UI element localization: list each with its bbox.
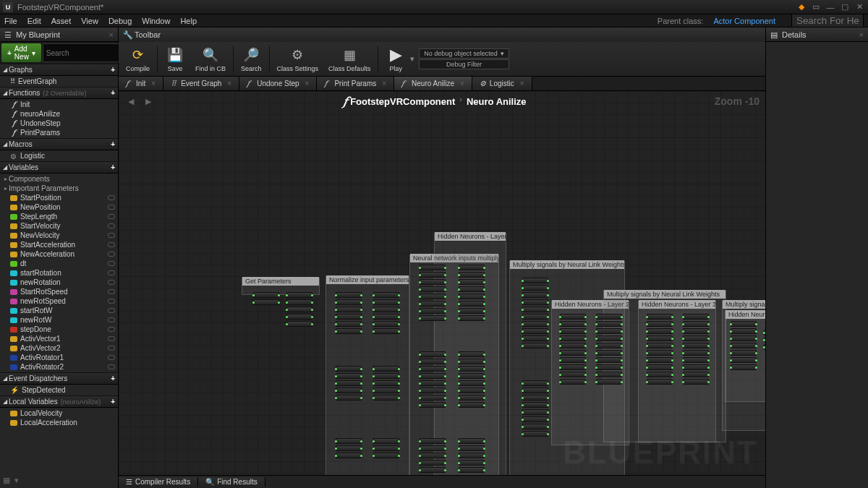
section-functions[interactable]: ◢Functions(2 Overridable)+ xyxy=(0,87,118,99)
add-local-button[interactable]: + xyxy=(111,398,115,406)
graph-node[interactable] xyxy=(373,395,399,401)
tree-item-variable[interactable]: ActivRotator1 xyxy=(0,353,118,362)
graph-node[interactable] xyxy=(522,416,548,422)
graph-node[interactable] xyxy=(683,379,709,385)
graph-node[interactable] xyxy=(459,467,485,473)
content-browser-icon[interactable]: ▦ xyxy=(3,476,10,485)
graph-node[interactable] xyxy=(373,366,399,372)
graph-node[interactable] xyxy=(596,364,622,370)
graph-node[interactable] xyxy=(336,380,362,386)
graph-node[interactable] xyxy=(596,379,622,385)
graph-node[interactable] xyxy=(560,328,586,334)
graph-node[interactable] xyxy=(764,344,765,350)
graph-node[interactable] xyxy=(420,315,446,321)
nav-back-icon[interactable]: ◀ xyxy=(124,95,137,107)
graph-node[interactable] xyxy=(459,402,485,408)
add-graph-button[interactable]: + xyxy=(111,66,115,74)
node-cluster[interactable] xyxy=(522,380,548,437)
graph-node[interactable] xyxy=(560,343,586,348)
close-icon[interactable]: × xyxy=(859,30,864,39)
graph-node[interactable] xyxy=(373,388,399,393)
graph-node[interactable] xyxy=(522,292,548,298)
graph-node[interactable] xyxy=(459,388,485,393)
tree-item-variable[interactable]: NewPosition xyxy=(0,202,118,212)
visibility-toggle[interactable] xyxy=(108,195,115,200)
graph-node[interactable] xyxy=(731,321,757,327)
debug-object-selector[interactable]: No debug object selected▾ xyxy=(419,48,509,59)
graph-node[interactable] xyxy=(336,445,362,451)
menu-file[interactable]: File xyxy=(4,17,17,25)
graph-node[interactable] xyxy=(336,366,362,372)
graph-node[interactable] xyxy=(420,359,446,364)
graph-node[interactable] xyxy=(420,272,446,278)
graph-node[interactable] xyxy=(420,279,446,285)
graph-node[interactable] xyxy=(459,301,485,307)
close-icon[interactable]: ✕ xyxy=(854,2,865,12)
graph-node[interactable] xyxy=(459,380,485,386)
graph-node[interactable] xyxy=(459,359,485,364)
node-cluster[interactable] xyxy=(522,278,548,348)
tree-item-variable[interactable]: newRotSpeed xyxy=(0,296,118,306)
var-group-important[interactable]: Important Parameters xyxy=(0,184,118,193)
graph-node[interactable] xyxy=(420,265,446,270)
tree-item-variable[interactable]: ActivVector2 xyxy=(0,343,118,353)
tree-item-variable[interactable]: NewAcceleration xyxy=(0,249,118,259)
graph-node[interactable] xyxy=(373,445,399,451)
graph-node[interactable] xyxy=(420,380,446,386)
graph-node[interactable] xyxy=(560,357,586,363)
tree-item-variable[interactable]: StartVelocity xyxy=(0,221,118,231)
close-icon[interactable]: × xyxy=(109,30,114,39)
graph-node[interactable] xyxy=(647,372,673,377)
class-defaults-button[interactable]: ▦Class Defaults xyxy=(324,44,375,74)
tree-item-function[interactable]: 𝑓Init xyxy=(0,100,118,109)
graph-node[interactable] xyxy=(336,453,362,458)
tree-item-variable[interactable]: StartPosition xyxy=(0,193,118,202)
compile-button[interactable]: ⟳Compile xyxy=(122,44,154,74)
node-cluster[interactable] xyxy=(373,366,399,401)
graph-node[interactable] xyxy=(596,328,622,334)
node-cluster[interactable] xyxy=(420,438,446,473)
tree-item-variable[interactable]: newRotation xyxy=(0,278,118,287)
menu-edit[interactable]: Edit xyxy=(27,17,41,25)
graph-node[interactable] xyxy=(459,373,485,379)
visibility-toggle[interactable] xyxy=(108,346,115,351)
graph-node[interactable] xyxy=(764,330,765,335)
graph-node[interactable] xyxy=(683,350,709,356)
graph-node[interactable] xyxy=(647,379,673,385)
add-function-button[interactable]: + xyxy=(111,89,115,97)
visibility-toggle[interactable] xyxy=(108,364,115,369)
menu-view[interactable]: View xyxy=(81,17,98,25)
graph-node[interactable] xyxy=(683,335,709,341)
search-help-input[interactable] xyxy=(791,14,864,27)
graph-node[interactable] xyxy=(420,294,446,299)
node-cluster[interactable] xyxy=(764,330,765,350)
close-icon[interactable]: × xyxy=(520,80,524,87)
graph-node[interactable] xyxy=(560,364,586,370)
graph-tab[interactable]: 𝑓Print Params× xyxy=(317,77,394,90)
graph-node[interactable] xyxy=(647,350,673,356)
graph-node[interactable] xyxy=(373,438,399,444)
menu-asset[interactable]: Asset xyxy=(51,17,72,25)
close-icon[interactable]: × xyxy=(382,80,386,87)
graph-node[interactable] xyxy=(683,343,709,348)
close-icon[interactable]: × xyxy=(460,80,464,87)
graph-node[interactable] xyxy=(731,364,757,370)
visibility-toggle[interactable] xyxy=(108,317,115,322)
graph-node[interactable] xyxy=(522,424,548,429)
window-button-icon[interactable]: ▭ xyxy=(810,2,822,12)
tree-item-local-variable[interactable]: LocalVelocity xyxy=(0,408,118,418)
node-cluster[interactable] xyxy=(459,265,485,321)
tree-item-logistic[interactable]: ⚙Logistic xyxy=(0,151,118,160)
graph-node[interactable] xyxy=(373,373,399,379)
graph-node[interactable] xyxy=(336,395,362,401)
graph-node[interactable] xyxy=(596,343,622,348)
graph-node[interactable] xyxy=(420,301,446,307)
graph-node[interactable] xyxy=(420,286,446,292)
visibility-toggle[interactable] xyxy=(108,252,115,257)
graph-node[interactable] xyxy=(420,438,446,444)
graph-node[interactable] xyxy=(459,308,485,314)
graph-node[interactable] xyxy=(683,372,709,377)
graph-tab[interactable]: 𝑓Init× xyxy=(119,77,163,90)
graph-node[interactable] xyxy=(420,453,446,458)
graph-node[interactable] xyxy=(373,380,399,386)
